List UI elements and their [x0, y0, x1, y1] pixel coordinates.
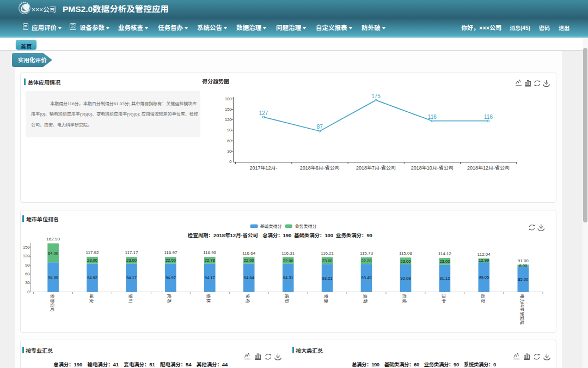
svg-text:180: 180	[225, 96, 232, 101]
svg-text:94.97: 94.97	[166, 275, 176, 280]
svg-text:22.28: 22.28	[361, 258, 371, 263]
svg-text:22.00: 22.00	[244, 258, 254, 263]
svg-text:94.31: 94.31	[283, 275, 293, 280]
svg-text:业务类得分: 业务类得分	[295, 224, 317, 229]
svg-text:2018年7月-省公司: 2018年7月-省公司	[356, 165, 396, 171]
svg-text:94.92: 94.92	[87, 275, 97, 280]
svg-text:115.08: 115.08	[399, 251, 412, 256]
svg-text:12.99: 12.99	[479, 258, 489, 263]
svg-text:检修公司: 检修公司	[50, 294, 55, 312]
svg-text:99.05: 99.05	[479, 275, 489, 280]
svg-text:94.64: 94.64	[244, 275, 254, 280]
svg-text:安康: 安康	[323, 294, 328, 303]
svg-text:116: 116	[484, 114, 493, 120]
svg-text:85.00: 85.00	[518, 277, 528, 282]
svg-text:116.95: 116.95	[203, 250, 216, 255]
svg-text:150: 150	[225, 107, 232, 112]
svg-text:116.21: 116.21	[321, 251, 334, 256]
svg-text:2018年10月-省公司: 2018年10月-省公司	[411, 165, 454, 171]
svg-text:115.73: 115.73	[360, 251, 373, 256]
svg-text:93.45: 93.45	[361, 275, 371, 280]
svg-text:22.00: 22.00	[166, 258, 176, 263]
svg-text:23.00: 23.00	[439, 259, 450, 264]
svg-text:电力科学研究院: 电力科学研究院	[519, 294, 524, 325]
svg-text:116: 116	[428, 114, 437, 120]
svg-text:23.00: 23.00	[322, 258, 333, 263]
svg-text:112.04: 112.04	[477, 252, 491, 257]
svg-text:西咸: 西咸	[402, 294, 407, 303]
svg-text:23.00: 23.00	[87, 258, 97, 263]
svg-text:94.17: 94.17	[126, 275, 137, 280]
svg-text:64.00: 64.00	[48, 251, 58, 256]
svg-text:渭南: 渭南	[363, 294, 367, 303]
svg-text:116.31: 116.31	[281, 251, 295, 256]
svg-text:91.00: 91.00	[518, 258, 529, 263]
svg-text:117.17: 117.17	[125, 250, 138, 255]
svg-text:商洛: 商洛	[167, 294, 171, 303]
svg-text:2018年6月-省公司: 2018年6月-省公司	[300, 165, 340, 171]
svg-text:175: 175	[371, 93, 381, 99]
svg-text:2017年12月-: 2017年12月-	[249, 165, 277, 171]
svg-text:榆林: 榆林	[206, 294, 211, 303]
svg-text:23.00: 23.00	[126, 258, 137, 263]
svg-text:116.97: 116.97	[164, 250, 177, 255]
svg-text:114.12: 114.12	[438, 251, 451, 256]
svg-text:116.64: 116.64	[242, 251, 255, 256]
svg-text:西安: 西安	[480, 294, 485, 303]
svg-text:22.78: 22.78	[205, 258, 215, 263]
svg-text:铜川: 铜川	[128, 294, 133, 303]
svg-text:2018年12月-省公司: 2018年12月-省公司	[467, 165, 510, 171]
svg-text:23.00: 23.00	[400, 259, 411, 264]
svg-text:87: 87	[317, 124, 323, 130]
svg-text:94.17: 94.17	[205, 275, 215, 280]
svg-text:91.12: 91.12	[439, 276, 450, 281]
svg-text:22.00: 22.00	[283, 258, 293, 263]
svg-text:93.21: 93.21	[322, 276, 333, 281]
svg-text:基础类得分: 基础类得分	[260, 224, 282, 229]
svg-text:92.08: 92.08	[400, 276, 411, 281]
svg-text:120: 120	[225, 117, 232, 122]
svg-text:127: 127	[259, 110, 268, 116]
svg-text:延安: 延安	[89, 294, 94, 303]
svg-text:0: 0	[229, 159, 231, 164]
svg-text:宝鸡: 宝鸡	[245, 294, 250, 303]
svg-text:汉中: 汉中	[441, 294, 446, 303]
svg-text:117.92: 117.92	[86, 250, 99, 255]
svg-text:98.99: 98.99	[48, 275, 58, 280]
svg-text:6.00: 6.00	[519, 263, 527, 268]
svg-text:咸阳: 咸阳	[284, 294, 289, 303]
svg-text:162.99: 162.99	[46, 237, 60, 242]
